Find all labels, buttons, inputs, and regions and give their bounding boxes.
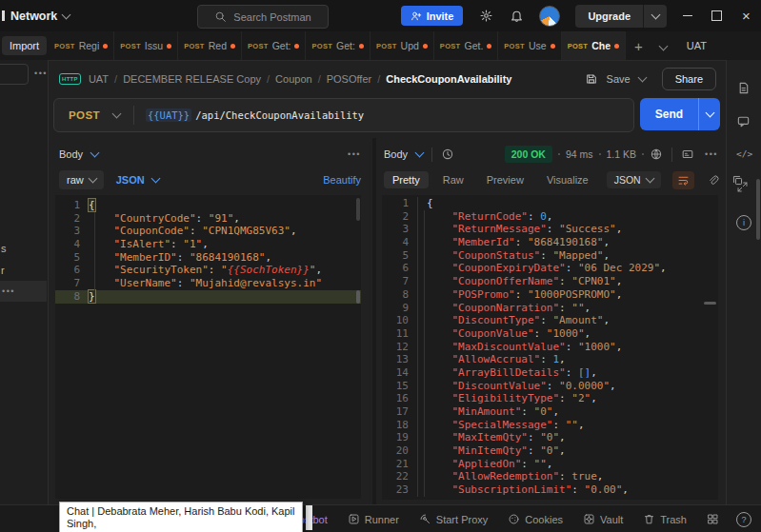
upgrade-button[interactable]: Upgrade	[575, 5, 667, 28]
tab-post-red[interactable]: POSTRed	[178, 31, 242, 60]
response-section-selector[interactable]: Body	[384, 148, 408, 160]
code-line: 1{	[382, 197, 718, 210]
request-section-selector[interactable]: Body	[59, 148, 83, 160]
code-line: 6 "CouponExpiryDate": "06 Dec 2029",	[382, 262, 718, 275]
line-number: 7	[382, 275, 418, 288]
more-actions-icon[interactable]: •••	[34, 69, 48, 78]
documentation-icon[interactable]	[736, 81, 751, 95]
info-icon[interactable]: i	[736, 215, 751, 230]
request-name[interactable]: CheckCouponAvailability	[386, 73, 511, 85]
environment-selector[interactable]: UAT	[675, 31, 761, 60]
copy-response-button[interactable]	[731, 174, 744, 187]
tab-post-use[interactable]: POSTUse	[498, 31, 561, 60]
code-line: 8}	[55, 290, 361, 304]
method-chevron-icon[interactable]	[111, 109, 121, 119]
line-number: 9	[382, 302, 418, 315]
tab-post-get-[interactable]: POSTGet.	[434, 31, 498, 60]
upgrade-dropdown[interactable]	[643, 5, 667, 28]
breadcrumb-item[interactable]: DECEMBER RELEASE Copy	[123, 73, 261, 85]
maximize-button[interactable]	[702, 0, 731, 31]
breadcrumb-separator: /	[318, 73, 321, 85]
tab-options-button[interactable]	[651, 40, 675, 51]
statusbar-runner[interactable]: Runner	[348, 513, 399, 525]
share-button[interactable]: Share	[662, 68, 716, 90]
statusbar-vault[interactable]: Vault	[583, 513, 623, 525]
settings-button[interactable]	[479, 9, 493, 23]
grid-icon[interactable]	[707, 513, 719, 525]
beautify-button[interactable]: Beautify	[323, 174, 361, 186]
tab-post-get-[interactable]: POSTGet:	[242, 31, 306, 60]
window-scrollbar[interactable]	[756, 179, 760, 240]
send-button[interactable]: Send	[640, 98, 698, 130]
workspace-switcher[interactable]: Network	[2, 10, 70, 23]
tab-title: Use	[529, 40, 547, 51]
more-actions-icon[interactable]: •••	[705, 149, 718, 159]
tab-post-regi[interactable]: POSTRegi	[49, 31, 114, 60]
line-number: 1	[55, 199, 89, 212]
minimize-icon	[683, 15, 692, 16]
url-variable[interactable]: {{UAT}}	[146, 108, 191, 122]
environment-name: UAT	[687, 40, 707, 51]
more-actions-icon[interactable]: •••	[348, 149, 361, 159]
url-path-input[interactable]: /api/CheckCouponAvailability	[195, 109, 364, 121]
response-view-preview[interactable]: Preview	[478, 171, 532, 188]
clock-icon	[441, 148, 454, 161]
wrap-text-button[interactable]	[672, 171, 694, 189]
body-format-selector[interactable]: raw	[59, 170, 104, 189]
unsaved-dot-icon	[230, 44, 235, 49]
search-icon	[214, 10, 227, 23]
save-dropdown-chevron[interactable]	[637, 73, 647, 83]
response-view-visualize[interactable]: Visualize	[538, 171, 597, 188]
editor-scrollbar[interactable]	[356, 198, 360, 221]
new-tab-button[interactable]: +	[626, 38, 651, 54]
statusbar-start-proxy[interactable]: Start Proxy	[419, 513, 488, 525]
response-time: 94 ms	[566, 148, 593, 160]
response-view-raw[interactable]: Raw	[434, 171, 472, 188]
divider	[671, 148, 672, 162]
notifications-button[interactable]	[510, 9, 524, 23]
method-selector[interactable]: POST	[69, 109, 100, 121]
user-avatar[interactable]	[539, 6, 560, 27]
sidebar-selected-item[interactable]: •••	[0, 281, 47, 302]
breadcrumb-item[interactable]: UAT	[89, 73, 109, 85]
line-number: 20	[382, 444, 418, 458]
global-search-input[interactable]: Search Postman	[197, 5, 329, 29]
send-options-button[interactable]	[698, 98, 720, 130]
statusbar-trash[interactable]: Trash	[643, 513, 687, 525]
line-number: 19	[382, 431, 418, 444]
save-button[interactable]: Save	[607, 73, 631, 85]
response-view-pretty[interactable]: Pretty	[384, 171, 429, 188]
history-button[interactable]	[441, 148, 454, 161]
network-info-button[interactable]	[650, 148, 663, 161]
request-body-editor[interactable]: 1{2 "CountryCode": "91",3 "CouponCode": …	[55, 195, 361, 499]
tab-post-issu[interactable]: POSTIssu	[114, 31, 178, 60]
response-body-viewer[interactable]: 1{2 "ReturnCode": 0,3 "ReturnMessage": "…	[382, 195, 718, 500]
response-size: 1.1 KB	[607, 148, 637, 160]
copy-link-button[interactable]	[707, 174, 719, 187]
tab-method-label: POST	[184, 42, 205, 50]
language-selector[interactable]: JSON	[116, 174, 145, 186]
comments-icon[interactable]	[736, 114, 751, 128]
sidebar-filter-input[interactable]	[0, 64, 29, 85]
request-workspace: HTTP UAT/DECEMBER RELEASE Copy/Coupon/PO…	[48, 60, 726, 504]
tab-post-upd[interactable]: POSTUpd	[370, 31, 434, 60]
viewer-scrollbar[interactable]	[704, 302, 716, 305]
line-number: 5	[382, 249, 418, 263]
chevron-down-icon	[645, 174, 654, 184]
close-button[interactable]: ×	[731, 0, 761, 31]
save-response-button[interactable]	[681, 148, 694, 161]
response-language-selector[interactable]: JSON	[607, 171, 661, 188]
tab-post-che[interactable]: POSTChe	[562, 31, 626, 60]
http-request-icon: HTTP	[59, 73, 81, 85]
breadcrumb-item[interactable]: POSOffer	[327, 73, 371, 85]
import-button[interactable]: Import	[2, 36, 47, 55]
help-icon[interactable]: ?	[736, 512, 751, 527]
breadcrumb-item[interactable]: Coupon	[275, 73, 312, 85]
more-actions-icon: •••	[2, 286, 15, 296]
invite-button[interactable]: Invite	[401, 6, 464, 26]
statusbar-cookies[interactable]: Cookies	[508, 513, 563, 525]
tab-post-get-[interactable]: POSTGet:	[306, 31, 370, 60]
minimize-button[interactable]	[672, 0, 702, 31]
code-snippet-icon[interactable]: </>	[736, 148, 752, 159]
tab-title: Get.	[464, 40, 483, 51]
